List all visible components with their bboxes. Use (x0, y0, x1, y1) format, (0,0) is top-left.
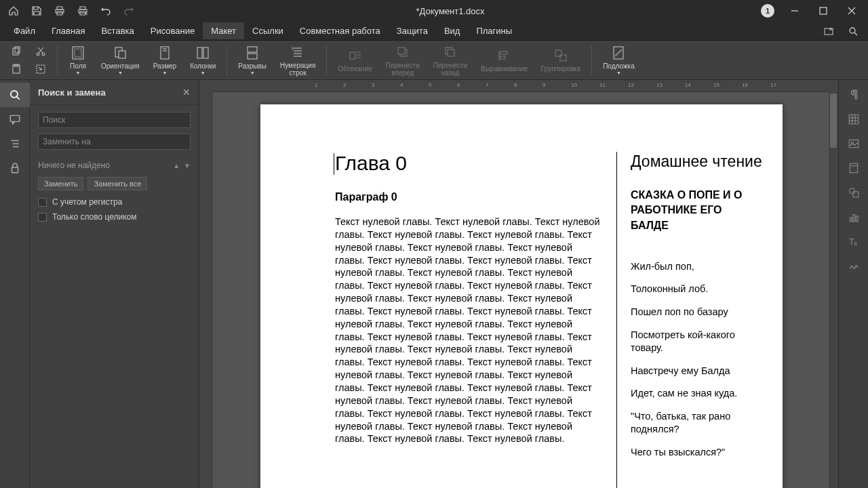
whole-word-checkbox[interactable] (38, 213, 47, 222)
svg-rect-38 (350, 52, 355, 59)
lock-tab[interactable] (0, 156, 30, 180)
close-button[interactable] (838, 1, 865, 20)
maximize-button[interactable] (810, 1, 837, 20)
text-art-button[interactable]: Ta (839, 229, 868, 253)
vertical-scrollbar[interactable] (829, 80, 838, 488)
menu-совместная работа[interactable]: Совместная работа (292, 22, 389, 39)
minimize-button[interactable] (781, 1, 808, 20)
save-button[interactable] (26, 1, 47, 20)
menu-плагины[interactable]: Плагины (468, 22, 520, 39)
menu-главная[interactable]: Главная (43, 22, 93, 39)
paste-button[interactable] (8, 62, 24, 77)
shape-settings-button[interactable] (839, 180, 868, 205)
search-close-button[interactable]: ✕ (182, 87, 191, 98)
menu-ссылки[interactable]: Ссылки (244, 22, 292, 39)
right-sidebar: Ta (838, 80, 868, 488)
copy-button[interactable] (8, 44, 24, 59)
header-footer-button[interactable] (839, 156, 868, 180)
menu-макет[interactable]: Макет (203, 22, 244, 39)
breaks-icon (245, 45, 260, 61)
comments-tab[interactable] (0, 107, 30, 131)
columns-button[interactable]: Колонки ▼ (184, 43, 221, 78)
ruler-tick: 17 (770, 82, 776, 88)
replace-button[interactable]: Заменить (38, 177, 83, 190)
ruler-tick: 12 (628, 82, 634, 88)
chapter-heading: Глава 0 (335, 152, 603, 175)
margins-button[interactable]: Поля ▼ (63, 43, 93, 78)
svg-rect-73 (856, 216, 858, 222)
document-title: *Документ1.docx (140, 6, 761, 16)
svg-rect-7 (820, 7, 827, 14)
vertical-ruler[interactable] (199, 80, 213, 488)
group-icon (553, 47, 568, 64)
svg-rect-50 (560, 55, 566, 61)
poem-line: Жил-был поп, (631, 260, 762, 274)
orientation-button[interactable]: Ориентация ▼ (96, 43, 145, 78)
chevron-down-icon: ▼ (616, 70, 621, 75)
print-button[interactable] (49, 1, 71, 20)
poem-line: Толоконный лоб. (631, 283, 762, 296)
text-cursor (334, 153, 334, 175)
quick-print-button[interactable] (72, 1, 94, 20)
match-case-checkbox[interactable] (38, 198, 47, 207)
ruler-tick: 3 (372, 82, 374, 88)
columns-icon (195, 45, 210, 61)
chevron-down-icon: ▼ (201, 70, 205, 75)
ruler-tick: 7 (486, 82, 488, 88)
size-button[interactable]: Размер ▼ (148, 43, 182, 78)
select-all-button[interactable] (33, 62, 49, 77)
svg-rect-13 (13, 48, 18, 55)
send-backward-icon (443, 44, 458, 60)
menu-файл[interactable]: Файл (5, 22, 43, 39)
paragraph-settings-button[interactable] (839, 83, 868, 107)
svg-rect-60 (849, 115, 859, 124)
svg-rect-67 (850, 163, 857, 173)
search-panel: Поиск и замена ✕ Ничего не найдено ▲ ▼ З… (30, 80, 199, 488)
find-button[interactable] (844, 23, 863, 39)
scroll-thumb[interactable] (830, 94, 837, 148)
side-subtitle: СКАЗКА О ПОПЕ И О РАБОТНИКЕ ЕГО БАЛДЕ (631, 188, 762, 233)
svg-rect-29 (197, 47, 202, 58)
svg-point-18 (42, 53, 45, 56)
chart-settings-button[interactable] (839, 205, 868, 229)
svg-point-69 (850, 188, 855, 194)
menubar: ФайлГлавнаяВставкаРисованиеМакетСсылкиСо… (0, 22, 868, 41)
replace-all-button[interactable]: Заменить все (87, 177, 147, 190)
breaks-button[interactable]: Разрывы ▼ (233, 43, 272, 78)
replace-input[interactable] (38, 134, 191, 150)
poem-line: Навстречу ему Балда (631, 365, 762, 378)
svg-rect-71 (850, 218, 852, 222)
home-button[interactable] (3, 1, 24, 20)
horizontal-ruler[interactable]: 1234567891011121314151617 (213, 80, 829, 92)
bring-forward-button: Перенести вперед (380, 43, 425, 78)
svg-line-52 (615, 49, 622, 56)
search-tab[interactable] (0, 83, 30, 107)
titlebar-left (3, 1, 140, 20)
menu-защита[interactable]: Защита (389, 22, 436, 39)
cut-button[interactable] (33, 44, 49, 59)
find-input[interactable] (38, 112, 191, 128)
headings-tab[interactable] (0, 131, 30, 156)
document-page[interactable]: Глава 0 Параграф 0 Текст нулевой главы. … (260, 104, 783, 488)
undo-button[interactable] (95, 1, 117, 20)
redo-button[interactable] (118, 1, 140, 20)
ruler-tick: 13 (656, 82, 663, 88)
menu-вид[interactable]: Вид (436, 22, 469, 39)
user-badge[interactable]: 1 (761, 4, 774, 18)
signature-button[interactable] (839, 253, 868, 278)
menu-рисование[interactable]: Рисование (142, 22, 203, 39)
search-next-button[interactable]: ▼ (184, 162, 191, 169)
group-button: Группировка (536, 43, 586, 78)
line-numbers-button[interactable]: 1 Нумерация строк (275, 43, 321, 78)
table-settings-button[interactable] (839, 107, 868, 131)
ruler-tick: 15 (713, 82, 719, 88)
image-settings-button[interactable] (839, 131, 868, 156)
open-location-button[interactable] (819, 23, 838, 39)
send-backward-button: Перенести назад (428, 43, 473, 78)
svg-rect-31 (248, 47, 257, 52)
titlebar-right: 1 (761, 1, 865, 20)
menu-вставка[interactable]: Вставка (93, 22, 142, 39)
watermark-button[interactable]: Подложка ▼ (597, 43, 640, 78)
size-icon (157, 45, 172, 61)
search-prev-button[interactable]: ▲ (173, 162, 180, 169)
